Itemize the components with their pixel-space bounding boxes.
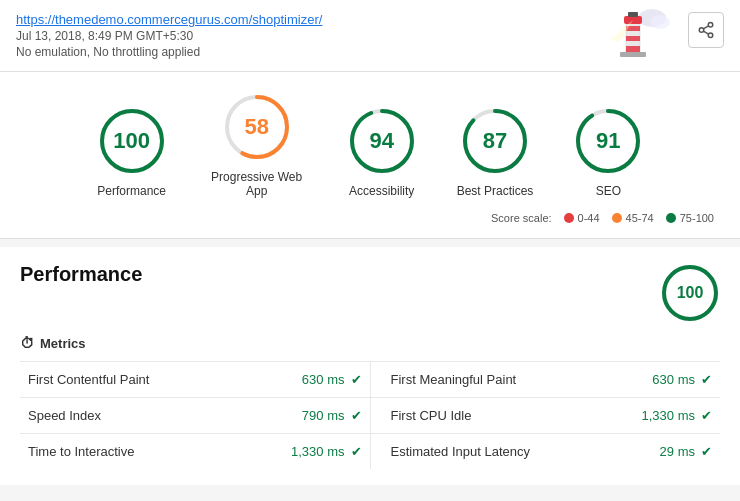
header: https://themedemo.commercegurus.com/shop… bbox=[0, 0, 740, 72]
perf-score-text: 100 bbox=[677, 284, 704, 301]
metric-name-left: Time to Interactive bbox=[28, 444, 134, 459]
svg-point-20 bbox=[352, 111, 412, 171]
svg-point-0 bbox=[708, 23, 713, 28]
scale-item-red: 0-44 bbox=[564, 212, 600, 224]
metric-row: Speed Index 790 ms ✔ First CPU Idle 1,33… bbox=[20, 398, 720, 434]
green-dot bbox=[666, 213, 676, 223]
circle-svg-seo bbox=[573, 106, 643, 176]
clock-icon: ⏱ bbox=[20, 335, 34, 351]
score-label-seo: SEO bbox=[596, 184, 621, 198]
orange-dot bbox=[612, 213, 622, 223]
score-circle-accessibility: 94 bbox=[347, 106, 417, 176]
check-right: ✔ bbox=[701, 444, 712, 459]
share-button[interactable] bbox=[688, 12, 724, 48]
metric-row: Time to Interactive 1,330 ms ✔ Estimated… bbox=[20, 434, 720, 470]
check-right: ✔ bbox=[701, 372, 712, 387]
score-item-best-practices[interactable]: 87 Best Practices bbox=[457, 106, 534, 198]
svg-rect-10 bbox=[626, 46, 640, 52]
metric-row: First Contentful Paint 630 ms ✔ First Me… bbox=[20, 362, 720, 398]
metric-value-right: 630 ms bbox=[652, 372, 695, 387]
svg-point-24 bbox=[578, 111, 638, 171]
perf-header: Performance 100 bbox=[20, 263, 720, 323]
scores-section: 100 Performance 58 Progressive Web App 9… bbox=[0, 72, 740, 239]
perf-circle-svg: 100 bbox=[660, 263, 720, 323]
metric-name-left: First Contentful Paint bbox=[28, 372, 149, 387]
svg-rect-9 bbox=[626, 36, 640, 41]
svg-point-1 bbox=[699, 28, 704, 33]
metrics-table: First Contentful Paint 630 ms ✔ First Me… bbox=[20, 361, 720, 469]
check-left: ✔ bbox=[351, 408, 362, 423]
metric-name-right: First Meaningful Paint bbox=[391, 372, 517, 387]
score-label-best-practices: Best Practices bbox=[457, 184, 534, 198]
svg-point-2 bbox=[708, 33, 713, 38]
metric-value-left: 1,330 ms bbox=[291, 444, 344, 459]
score-item-accessibility[interactable]: 94 Accessibility bbox=[347, 106, 417, 198]
share-icon bbox=[697, 21, 715, 39]
score-label-pwa: Progressive Web App bbox=[207, 170, 307, 198]
scale-green-text: 75-100 bbox=[680, 212, 714, 224]
check-right: ✔ bbox=[701, 408, 712, 423]
metric-value-left: 630 ms bbox=[302, 372, 345, 387]
metric-name-right: First CPU Idle bbox=[391, 408, 472, 423]
circle-svg-best-practices bbox=[460, 106, 530, 176]
score-circle-best-practices: 87 bbox=[460, 106, 530, 176]
check-left: ✔ bbox=[351, 372, 362, 387]
metric-value-right: 1,330 ms bbox=[642, 408, 695, 423]
score-label-accessibility: Accessibility bbox=[349, 184, 414, 198]
metric-name-right: Estimated Input Latency bbox=[391, 444, 530, 459]
scores-row: 100 Performance 58 Progressive Web App 9… bbox=[16, 92, 724, 198]
scale-item-orange: 45-74 bbox=[612, 212, 654, 224]
svg-point-6 bbox=[650, 15, 670, 29]
score-label-performance: Performance bbox=[97, 184, 166, 198]
scale-orange-text: 45-74 bbox=[626, 212, 654, 224]
score-item-pwa[interactable]: 58 Progressive Web App bbox=[207, 92, 307, 198]
circle-svg-performance bbox=[97, 106, 167, 176]
circle-svg-pwa bbox=[222, 92, 292, 162]
svg-point-22 bbox=[465, 111, 525, 171]
metrics-title: Metrics bbox=[40, 336, 86, 351]
score-circle-performance: 100 bbox=[97, 106, 167, 176]
scale-item-green: 75-100 bbox=[666, 212, 714, 224]
circle-svg-accessibility bbox=[347, 106, 417, 176]
score-circle-pwa: 58 bbox=[222, 92, 292, 162]
score-item-seo[interactable]: 91 SEO bbox=[573, 106, 643, 198]
red-dot bbox=[564, 213, 574, 223]
score-scale: Score scale: 0-44 45-74 75-100 bbox=[16, 212, 724, 228]
scale-red-text: 0-44 bbox=[578, 212, 600, 224]
score-item-performance[interactable]: 100 Performance bbox=[97, 106, 167, 198]
svg-rect-13 bbox=[620, 52, 646, 57]
svg-line-4 bbox=[703, 26, 708, 29]
svg-rect-12 bbox=[628, 12, 638, 17]
svg-point-16 bbox=[102, 111, 162, 171]
svg-line-3 bbox=[703, 31, 708, 34]
performance-section: Performance 100 ⏱ Metrics First Contentf… bbox=[0, 247, 740, 485]
perf-title: Performance bbox=[20, 263, 142, 286]
score-circle-seo: 91 bbox=[573, 106, 643, 176]
metric-value-left: 790 ms bbox=[302, 408, 345, 423]
site-url[interactable]: https://themedemo.commercegurus.com/shop… bbox=[16, 12, 322, 27]
metric-name-left: Speed Index bbox=[28, 408, 101, 423]
lighthouse-logo bbox=[590, 0, 670, 70]
perf-score-circle: 100 bbox=[660, 263, 720, 323]
check-left: ✔ bbox=[351, 444, 362, 459]
score-scale-label: Score scale: bbox=[491, 212, 552, 224]
metrics-label: ⏱ Metrics bbox=[20, 335, 720, 351]
metric-value-right: 29 ms bbox=[660, 444, 695, 459]
